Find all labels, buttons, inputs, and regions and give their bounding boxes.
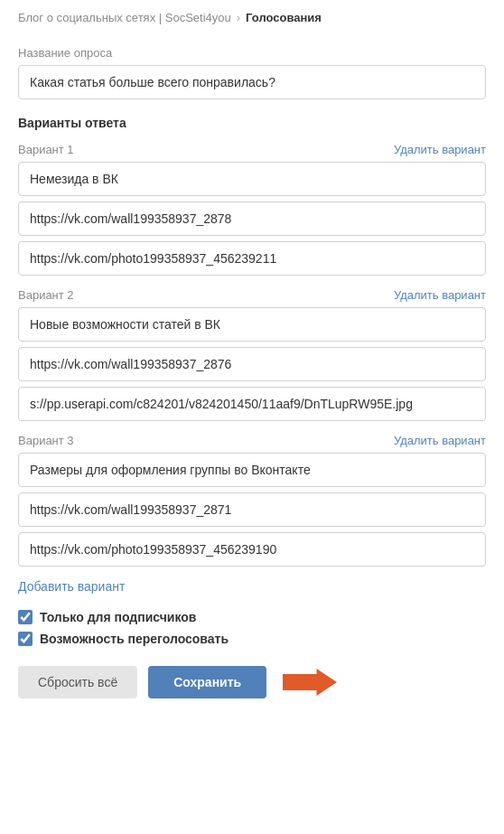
variant-2-field-0[interactable] bbox=[18, 307, 486, 342]
checkbox-subscribers[interactable] bbox=[18, 610, 33, 624]
checkbox-row-1: Возможность переголосовать bbox=[18, 632, 229, 646]
variant-3-field-1[interactable] bbox=[18, 492, 486, 527]
svg-marker-0 bbox=[283, 669, 337, 696]
breadcrumb-link[interactable]: Блог о социальных сетях | SocSeti4you bbox=[18, 11, 231, 24]
reset-button[interactable]: Сбросить всё bbox=[18, 666, 137, 698]
breadcrumb: Блог о социальных сетях | SocSeti4you › … bbox=[0, 0, 504, 33]
delete-variant-3-button[interactable]: Удалить вариант bbox=[394, 434, 486, 447]
poll-name-input[interactable] bbox=[18, 65, 486, 99]
poll-name-label: Название опроса bbox=[18, 46, 486, 60]
variant-1-field-1[interactable] bbox=[18, 201, 486, 236]
variant-1-field-2[interactable] bbox=[18, 241, 486, 276]
variant-2-header: Вариант 2 Удалить вариант bbox=[18, 288, 486, 302]
arrow-icon bbox=[283, 666, 337, 698]
main-content: Название опроса Варианты ответа Вариант … bbox=[0, 46, 504, 726]
variant-2-label: Вариант 2 bbox=[18, 288, 74, 302]
variant-3-block bbox=[18, 453, 486, 567]
variant-3-field-2[interactable] bbox=[18, 532, 486, 567]
breadcrumb-separator: › bbox=[237, 11, 240, 24]
variant-1-field-0[interactable] bbox=[18, 162, 486, 196]
variants-section-title: Варианты ответа bbox=[18, 116, 486, 130]
variant-1-label: Вариант 1 bbox=[18, 143, 74, 156]
delete-variant-1-button[interactable]: Удалить вариант bbox=[394, 143, 486, 156]
add-variant-button[interactable]: Добавить вариант bbox=[18, 579, 125, 594]
breadcrumb-current: Голосования bbox=[246, 11, 322, 24]
variant-2-field-1[interactable] bbox=[18, 347, 486, 381]
variant-1-header: Вариант 1 Удалить вариант bbox=[18, 143, 486, 156]
save-button[interactable]: Сохранить bbox=[148, 666, 266, 698]
buttons-row: Сбросить всё Сохранить bbox=[18, 666, 486, 698]
delete-variant-2-button[interactable]: Удалить вариант bbox=[394, 288, 486, 302]
checkboxes-section: Только для подписчиков Возможность перег… bbox=[18, 610, 486, 646]
variant-2-block bbox=[18, 307, 486, 421]
variant-3-field-0[interactable] bbox=[18, 453, 486, 487]
variant-3-label: Вариант 3 bbox=[18, 434, 74, 447]
variant-3-header: Вариант 3 Удалить вариант bbox=[18, 434, 486, 447]
checkbox-row-0: Только для подписчиков bbox=[18, 610, 196, 624]
checkbox-revote[interactable] bbox=[18, 632, 33, 646]
checkbox-subscribers-label: Только для подписчиков bbox=[40, 610, 196, 624]
variant-2-field-2[interactable] bbox=[18, 387, 486, 421]
variant-1-block bbox=[18, 162, 486, 276]
checkbox-revote-label: Возможность переголосовать bbox=[40, 632, 229, 646]
